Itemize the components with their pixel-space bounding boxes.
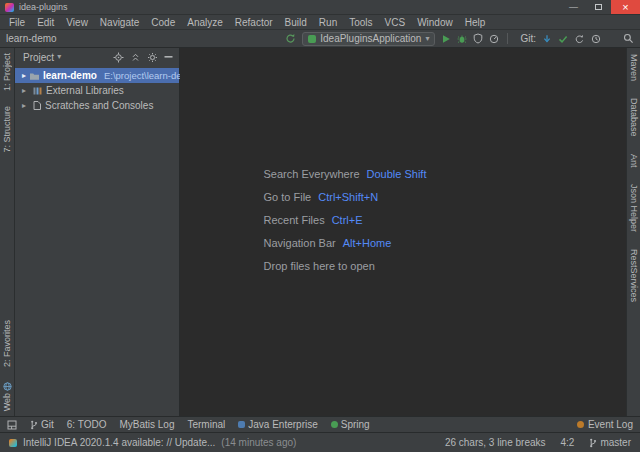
main-area: 1: Project 7: Structure 2: Favorites Web…	[0, 48, 640, 416]
menu-run[interactable]: Run	[313, 17, 343, 28]
hint-drop-files: Drop files here to open	[264, 260, 427, 272]
search-everywhere-button[interactable]	[623, 32, 634, 46]
libraries-icon	[32, 86, 43, 96]
locate-button[interactable]	[113, 52, 124, 63]
collapse-all-button[interactable]	[130, 52, 141, 63]
search-icon	[623, 33, 634, 44]
tool-button-spring[interactable]: Spring	[331, 419, 370, 430]
menu-vcs[interactable]: VCS	[379, 17, 412, 28]
coverage-button[interactable]	[473, 32, 483, 46]
tool-button-json-helper[interactable]: Json Helper	[629, 184, 639, 232]
tool-button-database[interactable]: Database	[629, 98, 639, 137]
tool-button-todo[interactable]: 6: TODO	[67, 419, 107, 430]
project-panel-title[interactable]: Project	[23, 52, 54, 63]
maximize-button[interactable]	[586, 0, 611, 14]
shield-icon	[473, 33, 483, 44]
project-tool-window: Project ▾	[15, 48, 180, 416]
menubar: File Edit View Navigate Code Analyze Ref…	[0, 15, 640, 30]
commit-button[interactable]	[558, 32, 568, 46]
menu-code[interactable]: Code	[145, 17, 181, 28]
scratches-icon	[32, 100, 42, 111]
chevron-down-icon[interactable]: ▾	[57, 53, 61, 61]
tool-button-web[interactable]: Web	[2, 382, 12, 411]
bug-icon	[457, 34, 467, 44]
titlebar: idea-plugins — ×	[0, 0, 640, 15]
breadcrumb[interactable]: learn-demo	[6, 33, 57, 44]
close-button[interactable]: ×	[611, 0, 640, 14]
minimize-icon: —	[569, 2, 578, 12]
tool-button-project[interactable]: 1: Project	[2, 53, 12, 91]
history-button[interactable]	[591, 32, 601, 46]
git-branch-widget[interactable]: master	[589, 437, 631, 448]
debug-button[interactable]	[457, 32, 467, 46]
settings-button[interactable]	[147, 52, 158, 63]
tree-row-learn-demo[interactable]: ▸ learn-demo E:\project\learn-demo	[15, 68, 179, 83]
gauge-icon	[489, 34, 499, 44]
close-icon: ×	[622, 1, 628, 13]
window-controls: — ×	[561, 0, 640, 14]
expand-arrow-icon[interactable]: ▸	[22, 101, 29, 110]
minimize-button[interactable]: —	[561, 0, 586, 14]
toolbar-actions: IdeaPluginsApplication ▾ Git:	[285, 32, 634, 46]
menu-build[interactable]: Build	[279, 17, 313, 28]
run-config-select[interactable]: IdeaPluginsApplication ▾	[302, 32, 435, 46]
event-log-icon	[577, 421, 584, 428]
tool-button-mybatis-log-label: MyBatis Log	[119, 419, 174, 430]
check-icon	[558, 34, 568, 44]
expand-arrow-icon[interactable]: ▸	[22, 71, 26, 80]
rollback-button[interactable]	[574, 32, 585, 46]
menu-view[interactable]: View	[60, 17, 94, 28]
tool-button-restservices[interactable]: RestServices	[629, 249, 639, 302]
window-title: idea-plugins	[19, 2, 68, 12]
hint-navigation-bar: Navigation Bar Alt+Home	[264, 237, 427, 249]
project-panel-actions	[113, 52, 173, 63]
hide-panel-button[interactable]	[164, 55, 173, 59]
menu-refactor[interactable]: Refactor	[229, 17, 279, 28]
app-logo-icon	[5, 3, 14, 12]
rollback-icon	[574, 34, 585, 44]
profiler-button[interactable]	[489, 32, 499, 46]
tool-button-structure[interactable]: 7: Structure	[2, 106, 12, 153]
gear-icon	[147, 52, 158, 63]
status-timestamp: (14 minutes ago)	[221, 437, 296, 448]
status-bar-widgets: 26 chars, 3 line breaks 4:2 master	[445, 437, 631, 448]
tool-button-java-enterprise[interactable]: Java Enterprise	[238, 419, 317, 430]
menu-help[interactable]: Help	[459, 17, 492, 28]
hint-shortcut: Double Shift	[367, 168, 427, 180]
caret-position[interactable]: 4:2	[561, 437, 575, 448]
tree-row-external-libraries[interactable]: ▸ External Libraries	[15, 83, 179, 98]
tool-button-mybatis-log[interactable]: MyBatis Log	[119, 419, 174, 430]
editor-area[interactable]: Search Everywhere Double Shift Go to Fil…	[180, 48, 626, 416]
tool-button-maven[interactable]: Maven	[629, 54, 639, 81]
grid-icon	[7, 420, 17, 430]
event-log-button[interactable]: Event Log	[577, 419, 633, 430]
update-notification-icon[interactable]	[9, 439, 17, 447]
tree-row-scratches[interactable]: ▸ Scratches and Consoles	[15, 98, 179, 113]
hint-shortcut: Ctrl+Shift+N	[318, 191, 378, 203]
tool-button-favorites[interactable]: 2: Favorites	[2, 320, 12, 367]
update-project-button[interactable]	[542, 32, 552, 46]
arrow-down-icon	[542, 34, 552, 44]
tool-button-terminal[interactable]: Terminal	[187, 419, 225, 430]
run-config-label: IdeaPluginsApplication	[320, 33, 421, 44]
tool-window-switcher-button[interactable]	[7, 420, 17, 430]
menu-analyze[interactable]: Analyze	[181, 17, 229, 28]
menu-file[interactable]: File	[3, 17, 31, 28]
menu-navigate[interactable]: Navigate	[94, 17, 145, 28]
tool-button-project-label: 1: Project	[2, 53, 12, 91]
expand-arrow-icon[interactable]: ▸	[22, 86, 29, 95]
run-button[interactable]	[441, 32, 451, 46]
status-message[interactable]: IntelliJ IDEA 2020.1.4 available: // Upd…	[23, 437, 215, 448]
tool-button-terminal-label: Terminal	[187, 419, 225, 430]
menu-tools[interactable]: Tools	[343, 17, 378, 28]
left-tool-strip: 1: Project 7: Structure 2: Favorites Web	[0, 48, 15, 416]
folder-icon	[29, 71, 40, 81]
tool-button-favorites-label: 2: Favorites	[2, 320, 12, 367]
run-config-icon	[308, 35, 316, 43]
tool-button-git[interactable]: Git	[30, 419, 54, 430]
tool-button-ant[interactable]: Ant	[629, 154, 639, 168]
menu-window[interactable]: Window	[411, 17, 459, 28]
sync-button[interactable]	[285, 32, 296, 46]
history-icon	[591, 34, 601, 44]
menu-edit[interactable]: Edit	[31, 17, 60, 28]
